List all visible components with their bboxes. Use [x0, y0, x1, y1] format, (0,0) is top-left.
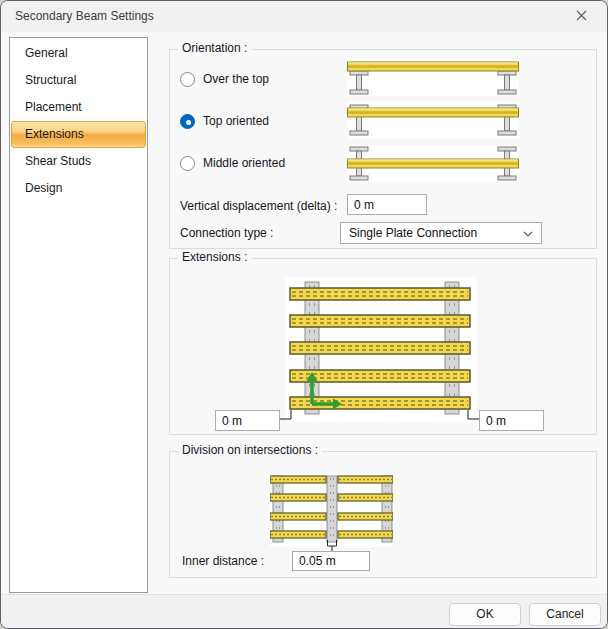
close-button[interactable]: [564, 6, 598, 28]
division-group: Division on intersections :: [169, 451, 597, 578]
connection-type-label: Connection type :: [180, 222, 273, 244]
sidebar-item-design[interactable]: Design: [11, 175, 146, 202]
connection-type-value: Single Plate Connection: [349, 226, 477, 240]
radio-top-oriented[interactable]: [180, 114, 195, 129]
division-group-label: Division on intersections :: [178, 443, 322, 457]
secondary-beam-settings-dialog: Secondary Beam Settings General Structur…: [0, 0, 608, 629]
radio-row-middle-oriented: Middle oriented: [180, 155, 285, 171]
division-diagram: [270, 474, 393, 559]
radio-row-top-oriented: Top oriented: [180, 113, 269, 129]
radio-middle-oriented[interactable]: [180, 156, 195, 171]
sidebar-item-placement[interactable]: Placement: [11, 94, 146, 121]
extension-left-input[interactable]: [215, 410, 280, 431]
radio-over-the-top[interactable]: [180, 72, 195, 87]
sidebar-item-general[interactable]: General: [11, 40, 146, 67]
close-icon: [576, 10, 587, 24]
inner-distance-input[interactable]: [292, 551, 370, 571]
extensions-group-label: Extensions :: [178, 250, 251, 264]
extensions-diagram: [271, 277, 483, 428]
settings-nav: General Structural Placement Extensions …: [9, 37, 148, 593]
titlebar: Secondary Beam Settings: [1, 1, 607, 32]
chevron-down-icon: [523, 226, 533, 240]
radio-label-over-the-top: Over the top: [203, 72, 269, 86]
vertical-displacement-label: Vertical displacement (delta) :: [180, 195, 337, 217]
over-the-top-diagram: [347, 59, 519, 99]
window-title: Secondary Beam Settings: [15, 9, 154, 23]
orientation-group-label: Orientation :: [178, 41, 251, 55]
radio-row-over-the-top: Over the top: [180, 71, 269, 87]
middle-oriented-diagram: [347, 145, 519, 185]
radio-label-middle-oriented: Middle oriented: [203, 156, 285, 170]
cancel-button[interactable]: Cancel: [529, 603, 601, 626]
inner-distance-label: Inner distance :: [182, 551, 264, 572]
sidebar-item-shear-studs[interactable]: Shear Studs: [11, 148, 146, 175]
extension-right-input[interactable]: [479, 410, 544, 431]
connection-type-dropdown[interactable]: Single Plate Connection: [340, 222, 542, 244]
vertical-displacement-input[interactable]: [347, 194, 427, 215]
ok-button[interactable]: OK: [449, 603, 521, 626]
radio-label-top-oriented: Top oriented: [203, 114, 269, 128]
dialog-footer: OK Cancel: [1, 594, 607, 629]
extensions-group: Extensions :: [169, 258, 597, 435]
sidebar-item-extensions[interactable]: Extensions: [11, 121, 146, 148]
sidebar-item-structural[interactable]: Structural: [11, 67, 146, 94]
orientation-group: Orientation : Over the top Top oriented …: [169, 49, 597, 249]
top-oriented-diagram: [347, 102, 519, 142]
